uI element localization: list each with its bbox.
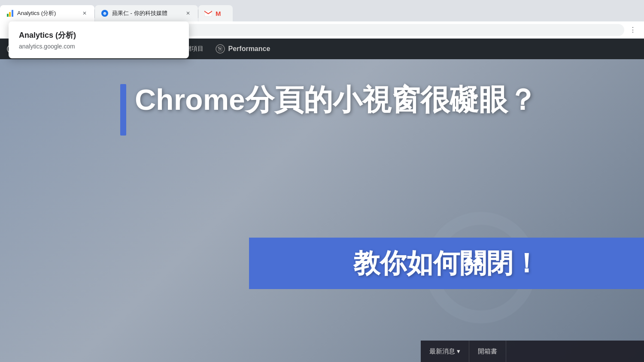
bottom-nav-unboxing[interactable]: 開箱書: [469, 341, 506, 362]
article-bottom-nav: 最新消息 ▾ 開箱書: [421, 341, 644, 362]
article-title-wrapper: Chrome分頁的小視窗很礙眼？: [120, 81, 644, 136]
tab-tooltip-title: Analytics (分析): [19, 30, 179, 40]
bottom-nav-unboxing-label: 開箱書: [478, 347, 497, 356]
article-subtitle-text: 教你如何關閉！: [353, 245, 540, 281]
article-image-area: Chrome分頁的小視窗很礙眼？ 教你如何關閉！ 最新消息 ▾ 開箱書: [0, 59, 644, 362]
blue-accent-bar: [120, 84, 126, 136]
tab-analytics-close-button[interactable]: ✕: [81, 9, 88, 17]
article-main-title: Chrome分頁的小視窗很礙眼？: [135, 81, 537, 118]
tab-analytics-title: Analytics (分析): [17, 9, 77, 17]
wp-performance[interactable]: Performance: [216, 44, 270, 54]
bottom-nav-latest-news[interactable]: 最新消息 ▾: [421, 341, 469, 362]
tab-tooltip-popup: Analytics (分析) analytics.google.com: [9, 21, 189, 58]
wp-performance-label: Performance: [228, 45, 270, 53]
gmail-favicon-icon: [204, 9, 212, 17]
analytics-favicon-icon: [6, 9, 14, 17]
article-subtitle-banner: 教你如何關閉！: [249, 238, 644, 289]
gmail-tab-label: M: [216, 10, 221, 17]
tab-appletimes-close-button[interactable]: ✕: [184, 9, 192, 17]
tab-tooltip-url: analytics.google.com: [19, 43, 179, 50]
tab-appletimes-title: 蘋果仁 - 你的科技媒體: [112, 9, 181, 17]
performance-icon: [216, 44, 225, 54]
extensions-button[interactable]: ⋮: [627, 24, 639, 36]
tab-analytics[interactable]: Analytics (分析) ✕: [0, 5, 94, 21]
svg-point-1: [104, 13, 106, 14]
article-background: Chrome分頁的小視窗很礙眼？ 教你如何關閉！ 最新消息 ▾ 開箱書: [0, 59, 644, 362]
tab-bar: Analytics (分析) ✕ 蘋果仁 - 你的科技媒體 ✕: [0, 0, 644, 21]
tab-gmail[interactable]: M: [198, 5, 233, 21]
bottom-nav-latest-news-label: 最新消息 ▾: [429, 347, 460, 356]
tab-appletimes[interactable]: 蘋果仁 - 你的科技媒體 ✕: [95, 5, 198, 21]
appletimes-favicon-icon: [101, 9, 109, 17]
